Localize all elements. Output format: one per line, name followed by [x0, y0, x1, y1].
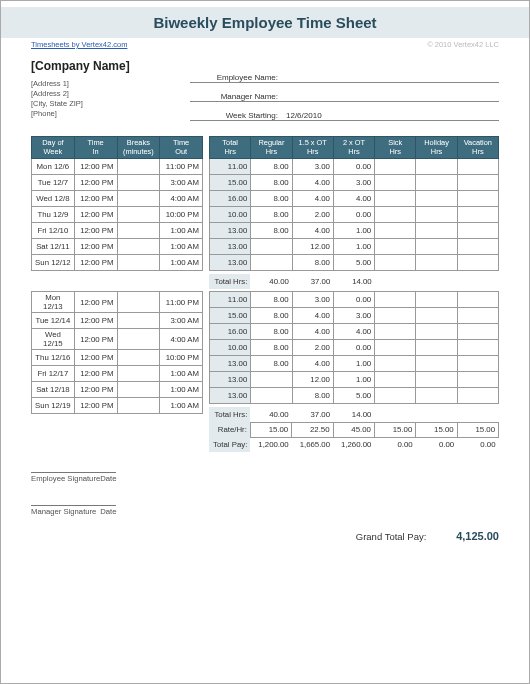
hours-cell[interactable]	[375, 388, 416, 404]
hours-cell[interactable]	[457, 255, 498, 271]
time-in-cell[interactable]: 12:00 PM	[74, 255, 117, 271]
time-out-cell[interactable]: 1:00 AM	[160, 366, 203, 382]
time-in-cell[interactable]: 12:00 PM	[74, 382, 117, 398]
time-out-cell[interactable]: 10:00 PM	[160, 207, 203, 223]
hours-cell[interactable]	[457, 292, 498, 308]
time-out-cell[interactable]: 1:00 AM	[160, 255, 203, 271]
hours-cell[interactable]	[457, 191, 498, 207]
hours-cell[interactable]	[416, 356, 457, 372]
breaks-cell[interactable]	[117, 207, 160, 223]
hours-cell[interactable]	[416, 159, 457, 175]
hours-cell[interactable]	[375, 255, 416, 271]
hours-cell[interactable]	[457, 324, 498, 340]
hours-cell[interactable]: 0.00	[333, 292, 374, 308]
time-in-cell[interactable]: 12:00 PM	[74, 175, 117, 191]
hours-cell[interactable]	[375, 292, 416, 308]
hours-cell[interactable]	[416, 388, 457, 404]
hours-cell[interactable]	[457, 388, 498, 404]
hours-cell[interactable]	[375, 191, 416, 207]
rate-value[interactable]: 15.00	[457, 422, 498, 437]
breaks-cell[interactable]	[117, 350, 160, 366]
week-starting-value[interactable]: 12/6/2010	[282, 111, 499, 120]
hours-cell[interactable]: 0.00	[333, 207, 374, 223]
hours-cell[interactable]: 0.00	[333, 340, 374, 356]
hours-cell[interactable]: 5.00	[333, 388, 374, 404]
hours-cell[interactable]	[375, 223, 416, 239]
breaks-cell[interactable]	[117, 175, 160, 191]
hours-cell[interactable]: 0.00	[333, 159, 374, 175]
hours-cell[interactable]: 4.00	[292, 175, 333, 191]
time-out-cell[interactable]: 1:00 AM	[160, 223, 203, 239]
hours-cell[interactable]: 8.00	[251, 207, 292, 223]
time-in-cell[interactable]: 12:00 PM	[74, 159, 117, 175]
hours-cell[interactable]	[416, 175, 457, 191]
breaks-cell[interactable]	[117, 313, 160, 329]
hours-cell[interactable]	[375, 340, 416, 356]
hours-cell[interactable]	[416, 239, 457, 255]
hours-cell[interactable]	[416, 223, 457, 239]
rate-value[interactable]: 15.00	[416, 422, 457, 437]
hours-cell[interactable]: 8.00	[251, 308, 292, 324]
time-in-cell[interactable]: 12:00 PM	[74, 191, 117, 207]
hours-cell[interactable]	[375, 207, 416, 223]
hours-cell[interactable]: 1.00	[333, 356, 374, 372]
hours-cell[interactable]	[416, 340, 457, 356]
hours-cell[interactable]: 12.00	[292, 372, 333, 388]
hours-cell[interactable]: 8.00	[251, 292, 292, 308]
rate-value[interactable]: 45.00	[333, 422, 374, 437]
hours-cell[interactable]: 8.00	[251, 191, 292, 207]
hours-cell[interactable]: 4.00	[292, 308, 333, 324]
rate-value[interactable]: 22.50	[292, 422, 333, 437]
time-in-cell[interactable]: 12:00 PM	[74, 207, 117, 223]
hours-cell[interactable]: 3.00	[333, 308, 374, 324]
breaks-cell[interactable]	[117, 191, 160, 207]
hours-cell[interactable]	[251, 388, 292, 404]
rate-value[interactable]: 15.00	[250, 422, 291, 437]
hours-cell[interactable]	[457, 340, 498, 356]
time-in-cell[interactable]: 12:00 PM	[74, 223, 117, 239]
hours-cell[interactable]: 8.00	[251, 324, 292, 340]
time-out-cell[interactable]: 1:00 AM	[160, 239, 203, 255]
breaks-cell[interactable]	[117, 223, 160, 239]
time-in-cell[interactable]: 12:00 PM	[74, 292, 117, 313]
hours-cell[interactable]	[457, 239, 498, 255]
hours-cell[interactable]	[375, 356, 416, 372]
hours-cell[interactable]	[251, 372, 292, 388]
time-in-cell[interactable]: 12:00 PM	[74, 329, 117, 350]
time-out-cell[interactable]: 11:00 PM	[160, 159, 203, 175]
hours-cell[interactable]	[457, 159, 498, 175]
hours-cell[interactable]	[457, 356, 498, 372]
hours-cell[interactable]: 4.00	[292, 324, 333, 340]
time-out-cell[interactable]: 1:00 AM	[160, 382, 203, 398]
time-out-cell[interactable]: 11:00 PM	[160, 292, 203, 313]
breaks-cell[interactable]	[117, 292, 160, 313]
hours-cell[interactable]	[457, 223, 498, 239]
hours-cell[interactable]: 8.00	[251, 223, 292, 239]
breaks-cell[interactable]	[117, 366, 160, 382]
time-in-cell[interactable]: 12:00 PM	[74, 313, 117, 329]
hours-cell[interactable]: 2.00	[292, 340, 333, 356]
hours-cell[interactable]	[457, 207, 498, 223]
hours-cell[interactable]: 8.00	[292, 255, 333, 271]
hours-cell[interactable]	[416, 324, 457, 340]
time-in-cell[interactable]: 12:00 PM	[74, 350, 117, 366]
time-in-cell[interactable]: 12:00 PM	[74, 239, 117, 255]
hours-cell[interactable]	[375, 324, 416, 340]
hours-cell[interactable]	[457, 175, 498, 191]
hours-cell[interactable]: 8.00	[292, 388, 333, 404]
source-link[interactable]: Timesheets by Vertex42.com	[31, 40, 127, 49]
time-out-cell[interactable]: 4:00 AM	[160, 191, 203, 207]
hours-cell[interactable]: 8.00	[251, 356, 292, 372]
hours-cell[interactable]	[375, 239, 416, 255]
hours-cell[interactable]: 2.00	[292, 207, 333, 223]
hours-cell[interactable]	[416, 308, 457, 324]
hours-cell[interactable]	[375, 372, 416, 388]
time-out-cell[interactable]: 1:00 AM	[160, 398, 203, 414]
hours-cell[interactable]: 1.00	[333, 372, 374, 388]
hours-cell[interactable]	[416, 292, 457, 308]
time-out-cell[interactable]: 3:00 AM	[160, 313, 203, 329]
hours-cell[interactable]: 4.00	[292, 356, 333, 372]
hours-cell[interactable]	[251, 239, 292, 255]
hours-cell[interactable]: 4.00	[333, 324, 374, 340]
time-out-cell[interactable]: 4:00 AM	[160, 329, 203, 350]
